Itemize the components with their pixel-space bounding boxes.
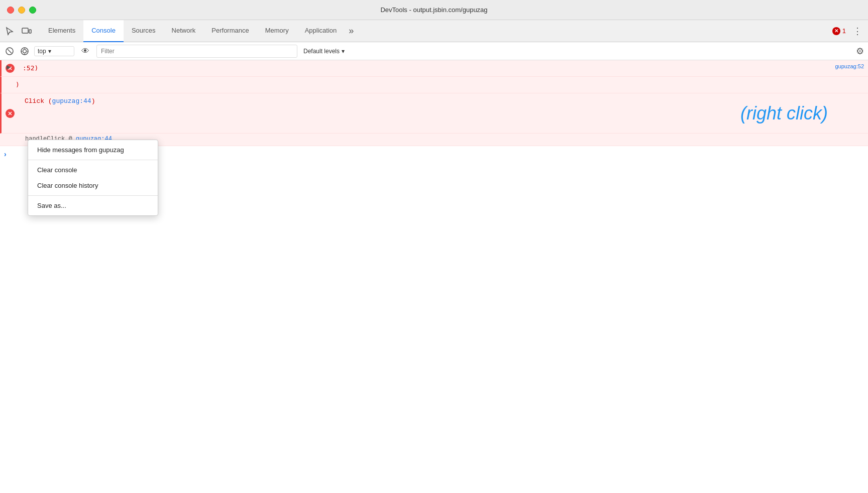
tab-elements[interactable]: Elements xyxy=(40,20,83,42)
filter-input[interactable] xyxy=(96,45,297,58)
context-menu-item-clear-console[interactable]: Clear console xyxy=(28,162,158,178)
minimize-button[interactable] xyxy=(18,7,25,14)
console-row-error-1: ▶ :52) gupuzag:52 xyxy=(0,60,868,77)
svg-point-5 xyxy=(23,49,27,53)
tab-sources[interactable]: Sources xyxy=(124,20,164,42)
tab-network[interactable]: Network xyxy=(164,20,204,42)
tab-memory[interactable]: Memory xyxy=(257,20,297,42)
console-toolbar: top ▾ 👁 Default levels ▾ ⚙ xyxy=(0,42,868,60)
more-tabs-button[interactable]: » xyxy=(345,20,358,42)
context-menu-separator-1 xyxy=(28,160,158,160)
kebab-menu-icon[interactable]: ⋮ xyxy=(851,26,864,37)
error-text-2: ) xyxy=(16,81,20,88)
console-content: ▶ :52) gupuzag:52 ) Click (gupuzag:44) (… xyxy=(0,60,868,493)
context-menu: Hide messages from gupuzag Clear console… xyxy=(28,140,158,216)
default-levels-dropdown[interactable]: Default levels ▾ xyxy=(303,48,345,55)
devtools-panel: Elements Console Sources Network Perform… xyxy=(0,20,868,493)
window-title: DevTools - output.jsbin.com/gupuzag xyxy=(380,6,487,14)
error-close-icon-2 xyxy=(6,109,15,118)
svg-rect-1 xyxy=(29,30,31,33)
prompt-arrow: › xyxy=(4,150,7,158)
default-levels-label: Default levels xyxy=(303,48,340,55)
error-badge: ✕ 1 xyxy=(832,27,846,35)
click-message: Click (gupuzag:44) xyxy=(25,96,864,106)
context-menu-item-save-as[interactable]: Save as... xyxy=(28,198,158,213)
context-select[interactable]: top ▾ xyxy=(34,46,74,56)
default-levels-arrow: ▾ xyxy=(342,48,345,55)
context-menu-separator-2 xyxy=(28,195,158,196)
click-row-content: Click (gupuzag:44) (right click) xyxy=(16,96,864,106)
cursor-icon[interactable] xyxy=(4,26,15,37)
tab-performance[interactable]: Performance xyxy=(203,20,257,42)
context-label: top xyxy=(38,48,46,55)
clear-console-icon[interactable] xyxy=(4,46,15,57)
error-content-1: :52) xyxy=(16,63,831,73)
click-source-link[interactable]: gupuzag:44 xyxy=(52,97,91,105)
tab-bar: Elements Console Sources Network Perform… xyxy=(0,20,868,42)
traffic-lights xyxy=(7,7,36,14)
stop-recording-icon[interactable] xyxy=(19,46,30,57)
eye-icon[interactable]: 👁 xyxy=(78,47,92,56)
maximize-button[interactable] xyxy=(29,7,36,14)
error-x-icon: ✕ xyxy=(832,27,840,35)
close-button[interactable] xyxy=(7,7,14,14)
svg-line-3 xyxy=(8,49,12,53)
tab-bar-right: ✕ 1 ⋮ xyxy=(832,26,864,37)
device-toggle-icon[interactable] xyxy=(21,26,32,37)
click-label: Click ( xyxy=(25,97,52,105)
svg-point-4 xyxy=(21,48,28,55)
context-menu-item-clear-history[interactable]: Clear console history xyxy=(28,178,158,193)
error-count: 1 xyxy=(842,27,846,35)
context-menu-item-hide-messages[interactable]: Hide messages from gupuzag xyxy=(28,142,158,158)
console-row-error-2: ) xyxy=(0,77,868,93)
expand-arrow-1[interactable]: ▶ xyxy=(7,64,11,70)
settings-gear-icon[interactable]: ⚙ xyxy=(856,46,864,57)
error-content-2: ) xyxy=(16,80,864,90)
error-text-1: :52) xyxy=(23,64,38,72)
console-row-click: Click (gupuzag:44) (right click) xyxy=(0,93,868,134)
svg-rect-0 xyxy=(22,28,28,33)
tab-bar-left-icons xyxy=(4,26,40,37)
tab-application[interactable]: Application xyxy=(297,20,345,42)
context-arrow: ▾ xyxy=(48,48,51,55)
title-bar: DevTools - output.jsbin.com/gupuzag xyxy=(0,0,868,20)
error-source-1[interactable]: gupuzag:52 xyxy=(831,63,864,69)
tab-console[interactable]: Console xyxy=(83,20,124,42)
